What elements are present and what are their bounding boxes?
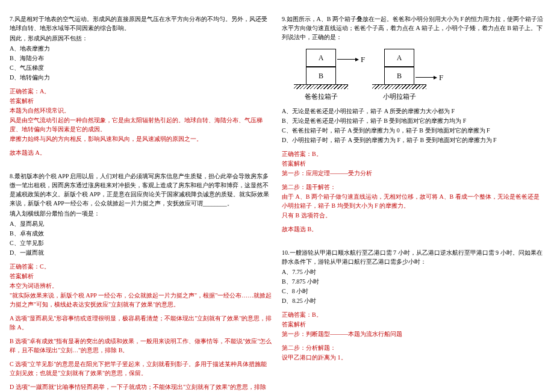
force-arrow-dad: F — [337, 54, 365, 66]
q7-stem: 7.风是相对于地表的空气运动。形成风的直接原因是气压在水平方向分布的不均匀。另外… — [10, 14, 272, 33]
q10-opt-a: A、7.75 小时 — [282, 267, 544, 276]
q7-analysis-label: 答案解析 — [10, 96, 272, 105]
force-label-xm: F — [439, 72, 443, 84]
q9-opt-c: C、爸爸拉箱子时，箱子 A 受到的摩擦力为 0，箱子 B 受到地面对它的摩擦为 … — [282, 126, 544, 135]
q7-analysis-2: 风是由空气流动引起的一种自然现象，它是由太阳辐射热引起的。地球自转、海陆分布、气… — [10, 116, 272, 134]
q9-opt-a: A、无论是爸爸还是小明拉箱子，箱子 A 所受的摩擦力大小都为 F — [282, 107, 544, 116]
box-stack-xiaoming: A B F — [384, 49, 414, 85]
q7-opt-d: D、地转偏向力 — [10, 73, 272, 82]
q9-analysis-2: 第二步：题干解答： — [282, 182, 544, 191]
diagram-dad: A F B 爸爸拉箱子 — [294, 49, 348, 102]
box-a-dad: A — [306, 49, 336, 67]
q10-answer: 正确答案：B。 — [282, 310, 544, 319]
ground-icon — [294, 84, 348, 89]
q10-analysis-label: 答案解析 — [282, 320, 544, 329]
q8-analysis-5: C 选项"立竿见影"的意思是在阳光下把竿子竖起来，立刻就看到影子。多用于描述某种… — [10, 359, 272, 378]
q9-stem: 9.如图所示，A、B 两个箱子叠放在一起。爸爸和小明分别用大小为 F 的恒力用力… — [282, 14, 544, 42]
q8-analysis-3: A 选项"显而易见"形容事情或道理很明显，极容易看清楚；不能体现出"立刻就有了效… — [10, 314, 272, 332]
q7-conclusion: 故本题选 A。 — [10, 148, 272, 157]
arrow-head-icon — [434, 76, 437, 79]
q9-answer: 正确答案：B。 — [282, 149, 544, 158]
q9-conclusion: 故本题选 B。 — [282, 225, 544, 234]
q7-analysis-3: 摩擦力始终与风的方向相反，影响风速和风向，是风速减弱的原因之一。 — [10, 134, 272, 143]
diagram-label-xm: 小明拉箱子 — [383, 92, 416, 102]
q8-stem2: 填入划横线部分最恰当的一项是： — [10, 209, 272, 218]
q7-opt-c: C、气压梯度 — [10, 63, 272, 72]
q8-analysis-label: 答案解析 — [10, 272, 272, 281]
right-column: 9.如图所示，A、B 两个箱子叠放在一起。爸爸和小明分别用大小为 F 的恒力用力… — [277, 5, 549, 387]
box-stack-dad: A F B — [306, 49, 336, 85]
q9-analysis-label: 答案解析 — [282, 159, 544, 168]
q9-opt-d: D、小明拉箱子时，箱子 A 受到的摩擦力为 F，箱子 B 受到地面对它的摩擦力为… — [282, 135, 544, 145]
q7-stem2: 因此，形成风的原因不包括： — [10, 34, 272, 43]
arrow-head-icon — [355, 58, 359, 61]
box-b-xm: B — [384, 67, 414, 85]
ground-icon — [372, 84, 426, 89]
box-a-xm: A — [384, 49, 414, 67]
q8-opt-b: B、卓有成效 — [10, 229, 272, 238]
diagram-label-dad: 爸爸拉箱子 — [305, 92, 338, 102]
q9-diagram-row: A F B 爸爸拉箱子 A B F — [294, 49, 544, 102]
q8-analysis-1: 本空为词语辨析。 — [10, 281, 272, 290]
q8-stem: 8.最初版本的个税 APP 启用以后，人们对租户必须填写房东信息产生质疑，担心此… — [10, 172, 272, 208]
force-arrow-xm: F — [416, 72, 443, 84]
left-column: 7.风是相对于地表的空气运动。形成风的直接原因是气压在水平方向分布的不均匀。另外… — [5, 5, 277, 387]
force-label-dad: F — [361, 54, 365, 66]
q9-analysis-3: 由于 A、B 两个箱子做匀速直线运动，无相对位移，故可将 A、B 看成一个整体，… — [282, 192, 544, 210]
question-7: 7.风是相对于地表的空气运动。形成风的直接原因是气压在水平方向分布的不均匀。另外… — [10, 14, 272, 157]
q8-analysis-6: D 选项"一蹴而就"比喻事情轻而易举，一下子就成功；不能体现出"立刻就有了效果"… — [10, 382, 272, 392]
diagram-xiaoming: A B F 小明拉箱子 — [372, 49, 426, 102]
q10-analysis-2: 第二步：分析解题： — [282, 343, 544, 352]
q9-opt-b: B、无论是爸爸还是小明拉箱子，箱子 B 受到地面对它的摩擦力均为 F — [282, 116, 544, 125]
q10-opt-c: C、8 小时 — [282, 287, 544, 296]
q8-opt-a: A、显而易见 — [10, 219, 272, 228]
q10-opt-d: D、8.25 小时 — [282, 296, 544, 305]
q8-analysis-2: "就实际效果来说，新版个税 APP 一经公布，公众就掀起一片力挺之声"，根据"一… — [10, 291, 272, 309]
arrow-line-icon — [337, 59, 355, 60]
q8-opt-c: C、立竿见影 — [10, 238, 272, 247]
box-b-dad: B — [306, 67, 336, 85]
q10-opt-b: B、7.875 小时 — [282, 277, 544, 286]
arrow-line-icon — [416, 77, 434, 78]
q10-stem: 10.一艘游轮从甲港口顺水航行至乙港口需 7 小时，从乙港口逆水航行至甲港口需 … — [282, 248, 544, 266]
q7-opt-a: A、地表摩擦力 — [10, 44, 272, 53]
question-9: 9.如图所示，A、B 两个箱子叠放在一起。爸爸和小明分别用大小为 F 的恒力用力… — [282, 14, 544, 234]
q8-answer: 正确答案：C。 — [10, 262, 272, 271]
q9-analysis-4: 只有 B 选项符合。 — [282, 211, 544, 220]
question-8: 8.最初版本的个税 APP 启用以后，人们对租户必须填写房东信息产生质疑，担心此… — [10, 172, 272, 392]
q10-analysis-3: 设甲乙港口的距离为 1。 — [282, 353, 544, 362]
q7-opt-b: B、海陆分布 — [10, 54, 272, 63]
q7-answer: 正确答案：A。 — [10, 87, 272, 96]
q8-opt-d: D、一蹴而就 — [10, 248, 272, 257]
q10-analysis-1: 第一步：判断题型———本题为流水行船问题 — [282, 329, 544, 338]
q9-analysis-1: 第一步：应用定理———受力分析 — [282, 169, 544, 178]
question-10: 10.一艘游轮从甲港口顺水航行至乙港口需 7 小时，从乙港口逆水航行至甲港口需 … — [282, 248, 544, 362]
q8-analysis-4: B 选项"卓有成效"指有显著的突出的成绩和效果，一般用来说明工作、做事情等，不能… — [10, 337, 272, 355]
q7-analysis-1: 本题为自然环境常识。 — [10, 106, 272, 115]
